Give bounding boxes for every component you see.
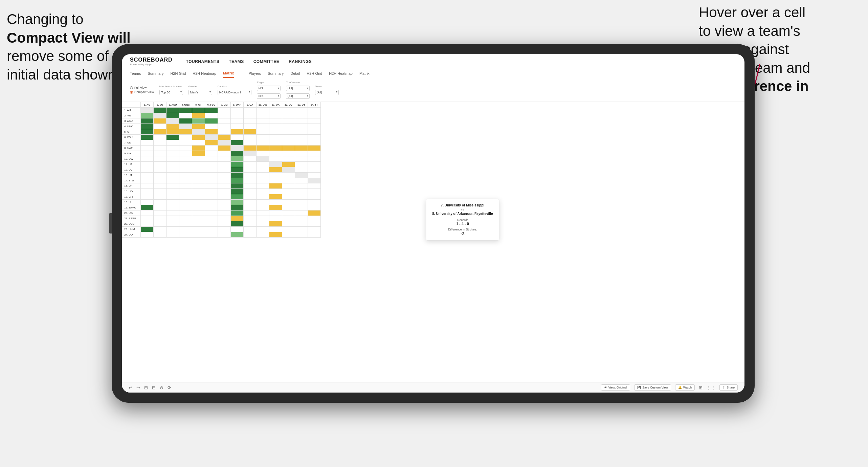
matrix-cell[interactable] <box>205 118 218 124</box>
matrix-cell[interactable] <box>269 135 282 140</box>
matrix-cell[interactable] <box>244 140 257 146</box>
minus-icon[interactable]: ⊖ <box>160 385 163 390</box>
matrix-cell[interactable] <box>218 135 231 140</box>
matrix-cell[interactable] <box>231 232 244 238</box>
matrix-cell[interactable] <box>192 118 205 124</box>
matrix-cell[interactable] <box>179 156 192 162</box>
matrix-cell[interactable] <box>282 124 295 129</box>
matrix-cell[interactable] <box>269 210 282 216</box>
matrix-cell[interactable] <box>231 189 244 194</box>
matrix-cell[interactable] <box>308 227 321 232</box>
matrix-cell[interactable] <box>154 146 166 151</box>
matrix-cell[interactable] <box>166 108 179 113</box>
matrix-cell[interactable] <box>166 146 179 151</box>
matrix-cell[interactable] <box>205 146 218 151</box>
matrix-cell[interactable] <box>179 151 192 156</box>
matrix-cell[interactable] <box>192 135 205 140</box>
matrix-cell[interactable] <box>295 221 308 227</box>
matrix-cell[interactable] <box>257 156 269 162</box>
matrix-cell[interactable] <box>179 167 192 173</box>
matrix-cell[interactable] <box>244 216 257 221</box>
matrix-cell[interactable] <box>244 183 257 189</box>
matrix-cell[interactable] <box>218 221 231 227</box>
matrix-cell[interactable] <box>257 113 269 118</box>
matrix-cell[interactable] <box>166 162 179 167</box>
matrix-cell[interactable] <box>154 167 166 173</box>
matrix-cell[interactable] <box>308 113 321 118</box>
matrix-cell[interactable] <box>179 227 192 232</box>
matrix-cell[interactable] <box>166 178 179 183</box>
matrix-cell[interactable] <box>141 232 154 238</box>
matrix-cell[interactable] <box>308 162 321 167</box>
matrix-cell[interactable] <box>192 200 205 205</box>
matrix-cell[interactable] <box>269 156 282 162</box>
matrix-cell[interactable] <box>269 227 282 232</box>
matrix-cell[interactable] <box>282 221 295 227</box>
matrix-cell[interactable] <box>257 124 269 129</box>
region-select2[interactable]: N/A <box>257 93 281 99</box>
matrix-container[interactable]: 1. AU 2. VU 3. ASU 4. UNC 5. UT 6. FSU 7… <box>122 102 744 382</box>
matrix-cell[interactable] <box>141 135 154 140</box>
matrix-cell[interactable] <box>179 183 192 189</box>
matrix-cell[interactable] <box>192 129 205 135</box>
matrix-cell[interactable] <box>257 178 269 183</box>
matrix-cell[interactable] <box>295 156 308 162</box>
matrix-cell[interactable] <box>269 140 282 146</box>
matrix-cell[interactable] <box>205 162 218 167</box>
tab-h2h-heatmap2[interactable]: H2H Heatmap <box>329 71 353 77</box>
matrix-cell[interactable] <box>231 124 244 129</box>
matrix-cell[interactable] <box>166 183 179 189</box>
matrix-cell[interactable] <box>269 151 282 156</box>
matrix-cell[interactable] <box>269 221 282 227</box>
matrix-cell[interactable] <box>141 216 154 221</box>
matrix-cell[interactable] <box>141 146 154 151</box>
matrix-cell[interactable] <box>154 124 166 129</box>
matrix-cell[interactable] <box>218 232 231 238</box>
matrix-cell[interactable] <box>154 183 166 189</box>
matrix-cell[interactable] <box>231 200 244 205</box>
matrix-cell[interactable] <box>269 173 282 178</box>
matrix-cell[interactable] <box>269 205 282 210</box>
matrix-cell[interactable] <box>166 124 179 129</box>
matrix-cell[interactable] <box>244 189 257 194</box>
matrix-cell[interactable] <box>218 113 231 118</box>
matrix-cell[interactable] <box>154 232 166 238</box>
matrix-cell[interactable] <box>295 189 308 194</box>
matrix-cell[interactable] <box>244 178 257 183</box>
matrix-cell[interactable] <box>295 108 308 113</box>
tab-detail[interactable]: Detail <box>290 71 300 77</box>
matrix-cell[interactable] <box>257 205 269 210</box>
matrix-cell[interactable] <box>179 221 192 227</box>
matrix-cell[interactable] <box>154 210 166 216</box>
compact-view-radio[interactable] <box>130 91 133 94</box>
matrix-cell[interactable] <box>269 124 282 129</box>
matrix-cell[interactable] <box>269 189 282 194</box>
matrix-cell[interactable] <box>282 129 295 135</box>
matrix-cell[interactable] <box>154 156 166 162</box>
matrix-cell[interactable] <box>231 162 244 167</box>
matrix-cell[interactable] <box>179 135 192 140</box>
matrix-cell[interactable] <box>282 216 295 221</box>
matrix-cell[interactable] <box>179 173 192 178</box>
matrix-cell[interactable] <box>282 232 295 238</box>
matrix-cell[interactable] <box>218 162 231 167</box>
matrix-cell[interactable] <box>218 167 231 173</box>
matrix-cell[interactable] <box>218 210 231 216</box>
matrix-cell[interactable] <box>308 205 321 210</box>
matrix-cell[interactable] <box>282 167 295 173</box>
matrix-cell[interactable] <box>282 108 295 113</box>
matrix-cell[interactable] <box>192 221 205 227</box>
matrix-cell[interactable] <box>308 156 321 162</box>
matrix-cell[interactable] <box>154 135 166 140</box>
matrix-cell[interactable] <box>205 113 218 118</box>
matrix-cell[interactable] <box>179 189 192 194</box>
matrix-cell[interactable] <box>269 194 282 200</box>
matrix-cell[interactable] <box>244 151 257 156</box>
copy-icon[interactable]: ⊞ <box>144 385 148 390</box>
matrix-cell[interactable] <box>295 173 308 178</box>
matrix-cell[interactable] <box>141 162 154 167</box>
matrix-cell[interactable] <box>244 232 257 238</box>
matrix-cell[interactable] <box>231 140 244 146</box>
matrix-cell[interactable] <box>205 200 218 205</box>
matrix-cell[interactable] <box>244 205 257 210</box>
